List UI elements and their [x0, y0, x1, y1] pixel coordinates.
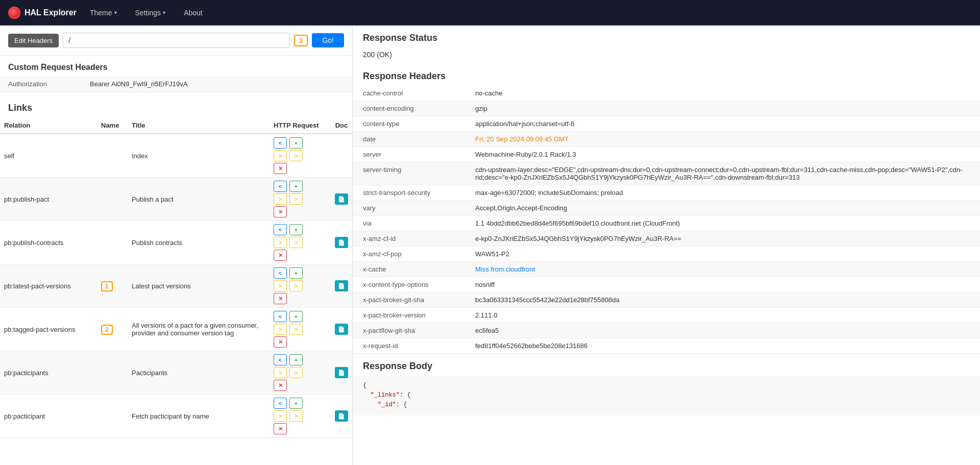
- link-row-latest-pact: pb:latest-pact-versions 1 Latest pact ve…: [0, 264, 352, 308]
- delete-btn-latest-pact[interactable]: ✕: [274, 293, 287, 304]
- doc-btn-publish-contracts[interactable]: 📄: [335, 237, 348, 248]
- delete-btn-pacticipants[interactable]: ✕: [274, 380, 287, 391]
- put-btn-latest-pact[interactable]: >: [274, 280, 287, 291]
- doc-self: [331, 134, 352, 178]
- col-title: Title: [128, 117, 270, 134]
- delete-btn-pacticipant[interactable]: ✕: [274, 423, 287, 434]
- put-btn-self[interactable]: >: [274, 150, 287, 161]
- doc-btn-tagged-pact[interactable]: 📄: [335, 324, 348, 335]
- rh-key-vary: vary: [353, 201, 465, 216]
- custom-headers-section: Custom Request Headers Authorization Bea…: [0, 56, 352, 92]
- links-title: Links: [0, 96, 352, 117]
- rh-val-pact-broker-version: 2.111.0: [465, 308, 980, 323]
- rh-key-request-id: x-request-id: [353, 338, 465, 354]
- edit-headers-button[interactable]: Edit Headers: [8, 34, 59, 47]
- patch-btn-pacticipants[interactable]: >: [289, 367, 303, 378]
- get-btn-publish-contracts[interactable]: <: [274, 224, 287, 235]
- patch-btn-publish-pact[interactable]: >: [289, 193, 303, 205]
- get-btn-pacticipants[interactable]: <: [274, 354, 287, 365]
- patch-btn-pacticipant[interactable]: >: [289, 410, 303, 422]
- rh-amz-cf-pop: x-amz-cf-pop WAW51-P2: [353, 247, 980, 262]
- put-btn-publish-contracts[interactable]: >: [274, 237, 287, 248]
- theme-menu[interactable]: Theme ▾: [85, 6, 122, 20]
- col-relation: Relation: [0, 117, 97, 134]
- patch-btn-publish-contracts[interactable]: >: [289, 237, 303, 248]
- rh-vary: vary Accept,Origin,Accept-Encoding: [353, 201, 980, 216]
- relation-publish-contracts: pb:publish-contracts: [0, 221, 97, 264]
- link-row-self: self Index < + > > ✕: [0, 134, 352, 178]
- rh-val-via: 1.1 4bdd2dbb62bed8d4e5f695bf69bdef10.clo…: [465, 216, 980, 231]
- rh-server-timing: server-timing cdn-upstream-layer;desc="E…: [353, 162, 980, 185]
- get-btn-tagged-pact[interactable]: <: [274, 311, 287, 322]
- post-btn-pacticipants[interactable]: +: [289, 354, 303, 365]
- post-btn-latest-pact[interactable]: +: [289, 267, 303, 279]
- put-btn-pacticipants[interactable]: >: [274, 367, 287, 378]
- body-line-3: "_id": {: [363, 400, 970, 410]
- name-tagged-pact: 2: [97, 308, 128, 351]
- get-btn-latest-pact[interactable]: <: [274, 267, 287, 279]
- relation-publish-pact: pb:publish-pact: [0, 178, 97, 221]
- settings-caret-icon: ▾: [163, 10, 165, 15]
- put-btn-tagged-pact[interactable]: >: [274, 324, 287, 335]
- response-headers-table: cache-control no-cache content-encoding …: [353, 86, 980, 354]
- put-btn-pacticipant[interactable]: >: [274, 410, 287, 422]
- response-headers-section: Response Headers cache-control no-cache …: [353, 64, 980, 354]
- patch-btn-latest-pact[interactable]: >: [289, 280, 303, 291]
- right-panel: Response Status 200 (OK) Response Header…: [352, 26, 980, 465]
- settings-menu[interactable]: Settings ▾: [130, 6, 171, 20]
- delete-btn-publish-contracts[interactable]: ✕: [274, 250, 287, 261]
- left-panel: Edit Headers 3 Go! Custom Request Header…: [0, 26, 352, 465]
- http-latest-pact: < + > > ✕: [270, 264, 331, 308]
- rh-pactflow-git-sha: x-pactflow-git-sha ec6fea5: [353, 323, 980, 338]
- rh-val-server: Webmachine-Ruby/2.0.1 Rack/1.3: [465, 147, 980, 162]
- about-menu[interactable]: About: [179, 6, 208, 20]
- rh-val-content-type: application/hal+json;charset=utf-8: [465, 116, 980, 132]
- post-btn-publish-pact[interactable]: +: [289, 181, 303, 192]
- header-value: Bearer Ai0N9_FwI9_ri5ErFJ19vA: [82, 76, 352, 92]
- brand: HAL Explorer: [8, 7, 77, 19]
- delete-btn-self[interactable]: ✕: [274, 163, 287, 174]
- url-input[interactable]: [63, 33, 290, 48]
- patch-btn-self[interactable]: >: [289, 150, 303, 161]
- navbar: HAL Explorer Theme ▾ Settings ▾ About: [0, 0, 980, 26]
- go-button[interactable]: Go!: [312, 33, 344, 47]
- post-btn-tagged-pact[interactable]: +: [289, 311, 303, 322]
- patch-btn-tagged-pact[interactable]: >: [289, 324, 303, 335]
- doc-btn-latest-pact[interactable]: 📄: [335, 280, 348, 291]
- url-badge: 3: [294, 35, 308, 46]
- rh-key-content-type: content-type: [353, 116, 465, 132]
- delete-btn-tagged-pact[interactable]: ✕: [274, 336, 287, 348]
- col-doc: Doc: [331, 117, 352, 134]
- get-btn-publish-pact[interactable]: <: [274, 181, 287, 192]
- put-btn-publish-pact[interactable]: >: [274, 193, 287, 205]
- header-key: Authorization: [0, 76, 82, 92]
- rh-key-strict-transport: strict-transport-security: [353, 185, 465, 201]
- settings-label: Settings: [135, 9, 161, 17]
- doc-btn-publish-pact[interactable]: 📄: [335, 193, 348, 205]
- links-table: Relation Name Title HTTP Request Doc sel…: [0, 117, 352, 438]
- main-layout: Edit Headers 3 Go! Custom Request Header…: [0, 26, 980, 465]
- rh-key-cache-control: cache-control: [353, 86, 465, 101]
- rh-val-date: Fri, 20 Sep 2024 09:09:45 GMT: [465, 132, 980, 147]
- post-btn-self[interactable]: +: [289, 137, 303, 149]
- http-tagged-pact: < + > > ✕: [270, 308, 331, 351]
- url-bar: Edit Headers 3 Go!: [0, 26, 352, 56]
- name-publish-pact: [97, 178, 128, 221]
- theme-label: Theme: [90, 9, 112, 17]
- doc-btn-pacticipant[interactable]: 📄: [335, 410, 348, 422]
- link-row-publish-contracts: pb:publish-contracts Publish contracts <…: [0, 221, 352, 264]
- rh-val-vary: Accept,Origin,Accept-Encoding: [465, 201, 980, 216]
- rh-val-cache-control: no-cache: [465, 86, 980, 101]
- get-btn-self[interactable]: <: [274, 137, 287, 149]
- rh-key-amz-cf-pop: x-amz-cf-pop: [353, 247, 465, 262]
- rh-key-x-cache: x-cache: [353, 262, 465, 277]
- post-btn-pacticipant[interactable]: +: [289, 398, 303, 409]
- get-btn-pacticipant[interactable]: <: [274, 398, 287, 409]
- doc-btn-pacticipants[interactable]: 📄: [335, 367, 348, 378]
- post-btn-publish-contracts[interactable]: +: [289, 224, 303, 235]
- rh-pact-broker-git-sha: x-pact-broker-git-sha bc3a063331345ccc55…: [353, 292, 980, 308]
- delete-btn-publish-pact[interactable]: ✕: [274, 206, 287, 217]
- rh-key-content-encoding: content-encoding: [353, 101, 465, 116]
- rh-key-via: via: [353, 216, 465, 231]
- rh-val-content-encoding: gzip: [465, 101, 980, 116]
